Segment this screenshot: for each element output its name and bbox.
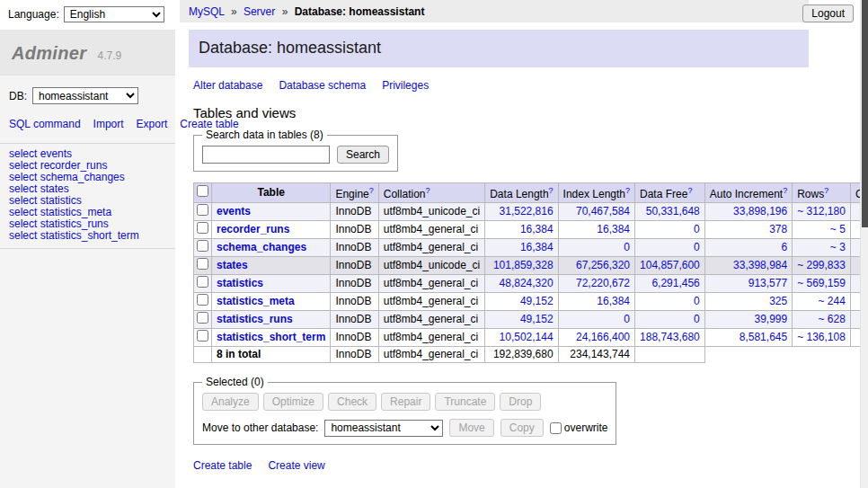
- drop-button[interactable]: Drop: [500, 393, 541, 411]
- auto-increment-link[interactable]: 39,999: [754, 313, 787, 325]
- check-button[interactable]: Check: [328, 393, 376, 411]
- auto-increment-link[interactable]: 6: [781, 241, 787, 253]
- copy-button[interactable]: Copy: [500, 419, 544, 437]
- create-link-create-view[interactable]: Create view: [268, 459, 324, 472]
- sidebar-link-sql-command[interactable]: SQL command: [9, 118, 81, 130]
- help-auto-increment-link[interactable]: ?: [783, 186, 787, 195]
- search-button[interactable]: Search: [337, 146, 389, 164]
- row-checkbox-events[interactable]: [197, 204, 208, 216]
- index-length-link[interactable]: 16,384: [597, 295, 630, 307]
- data-free-link[interactable]: 188,743,680: [640, 331, 700, 343]
- row-checkbox-statistics_meta[interactable]: [197, 294, 208, 306]
- select-statistics_runs-link[interactable]: select: [9, 217, 37, 230]
- table-statistics_short_term-link[interactable]: statistics_short_term: [40, 229, 139, 242]
- data-free-link[interactable]: 6,291,456: [651, 277, 699, 289]
- rows-link[interactable]: ~ 5: [830, 223, 846, 235]
- grid-table-states-link[interactable]: states: [217, 259, 248, 271]
- help-data-free-link[interactable]: ?: [687, 186, 692, 195]
- index-length-link[interactable]: 0: [624, 313, 630, 325]
- rows-link[interactable]: ~ 628: [819, 313, 846, 325]
- select-schema_changes-link[interactable]: select: [9, 171, 37, 183]
- select-events-link[interactable]: select: [9, 147, 37, 160]
- select-all-checkbox[interactable]: [197, 185, 208, 197]
- help-data-length-link[interactable]: ?: [549, 186, 554, 195]
- auto-increment-link[interactable]: 378: [769, 223, 787, 235]
- sidebar-link-import[interactable]: Import: [93, 118, 124, 130]
- index-length-link[interactable]: 16,384: [597, 223, 630, 235]
- row-checkbox-statistics_short_term[interactable]: [197, 330, 208, 342]
- logout-button[interactable]: Logout: [802, 4, 854, 22]
- table-statistics_meta-link[interactable]: statistics_meta: [40, 206, 111, 218]
- rows-link[interactable]: ~ 244: [819, 295, 846, 307]
- grid-table-statistics_runs-link[interactable]: statistics_runs: [217, 313, 293, 325]
- table-statistics_runs-link[interactable]: statistics_runs: [40, 217, 109, 230]
- auto-increment-link[interactable]: 33,398,984: [733, 259, 787, 271]
- auto-increment-link[interactable]: 913,577: [748, 277, 787, 289]
- data-length-link[interactable]: 16,384: [520, 223, 554, 235]
- help-collation-link[interactable]: ?: [425, 186, 430, 195]
- table-recorder_runs-link[interactable]: recorder_runs: [40, 159, 108, 172]
- select-states-link[interactable]: select: [9, 182, 37, 195]
- row-checkbox-schema_changes[interactable]: [197, 240, 208, 252]
- table-statistics-link[interactable]: statistics: [40, 194, 82, 207]
- data-length-link[interactable]: 101,859,328: [493, 259, 554, 271]
- data-length-link[interactable]: 10,502,144: [500, 331, 554, 343]
- breadcrumb-link-mysql[interactable]: MySQL: [189, 5, 225, 18]
- search-input[interactable]: [202, 146, 330, 164]
- select-recorder_runs-link[interactable]: select: [9, 159, 37, 172]
- analyze-button[interactable]: Analyze: [202, 393, 259, 411]
- language-select[interactable]: English: [64, 6, 164, 22]
- row-checkbox-states[interactable]: [197, 258, 208, 270]
- data-length-link[interactable]: 49,152: [520, 313, 554, 325]
- data-free-link[interactable]: 0: [694, 313, 700, 325]
- select-statistics_short_term-link[interactable]: select: [9, 229, 37, 242]
- grid-table-statistics_short_term-link[interactable]: statistics_short_term: [217, 331, 325, 343]
- rows-link[interactable]: ~ 312,180: [797, 205, 846, 217]
- optimize-button[interactable]: Optimize: [263, 393, 323, 411]
- data-length-link[interactable]: 49,152: [520, 295, 554, 307]
- data-length-link[interactable]: 31,522,816: [500, 205, 554, 217]
- row-checkbox-recorder_runs[interactable]: [197, 222, 208, 234]
- row-checkbox-statistics[interactable]: [197, 276, 208, 288]
- grid-table-statistics-link[interactable]: statistics: [217, 277, 263, 289]
- create-link-create-table[interactable]: Create table: [193, 459, 252, 472]
- index-length-link[interactable]: 70,467,584: [576, 205, 630, 217]
- rows-link[interactable]: ~ 136,108: [797, 331, 846, 343]
- sidebar-link-export[interactable]: Export: [137, 118, 168, 130]
- select-statistics-link[interactable]: select: [9, 194, 37, 207]
- grid-table-schema_changes-link[interactable]: schema_changes: [217, 241, 306, 253]
- select-statistics_meta-link[interactable]: select: [9, 206, 37, 218]
- auto-increment-link[interactable]: 33,898,196: [733, 205, 787, 217]
- index-length-link[interactable]: 67,256,320: [576, 259, 630, 271]
- breadcrumb-link-server[interactable]: Server: [244, 5, 275, 18]
- truncate-button[interactable]: Truncate: [435, 393, 495, 411]
- help-index-length-link[interactable]: ?: [625, 186, 630, 195]
- nav-link-privileges[interactable]: Privileges: [382, 79, 429, 92]
- index-length-link[interactable]: 0: [624, 241, 630, 253]
- nav-link-alter-database[interactable]: Alter database: [193, 79, 262, 92]
- nav-link-database-schema[interactable]: Database schema: [279, 79, 366, 92]
- data-free-link[interactable]: 0: [694, 295, 700, 307]
- data-free-link[interactable]: 104,857,600: [640, 259, 700, 271]
- data-length-link[interactable]: 16,384: [520, 241, 554, 253]
- data-length-link[interactable]: 48,824,320: [500, 277, 554, 289]
- row-checkbox-statistics_runs[interactable]: [197, 312, 208, 324]
- grid-table-events-link[interactable]: events: [217, 205, 251, 217]
- table-schema_changes-link[interactable]: schema_changes: [40, 171, 125, 183]
- help-rows-link[interactable]: ?: [824, 186, 828, 195]
- move-button[interactable]: Move: [449, 419, 493, 437]
- overwrite-checkbox[interactable]: [550, 422, 562, 434]
- move-db-select[interactable]: homeassistant: [324, 420, 443, 437]
- grid-table-statistics_meta-link[interactable]: statistics_meta: [217, 295, 295, 307]
- rows-link[interactable]: ~ 569,159: [797, 277, 846, 289]
- data-free-link[interactable]: 50,331,648: [646, 205, 700, 217]
- auto-increment-link[interactable]: 325: [769, 295, 787, 307]
- repair-button[interactable]: Repair: [381, 393, 430, 411]
- index-length-link[interactable]: 24,166,400: [576, 331, 630, 343]
- db-select[interactable]: homeassistant: [32, 87, 138, 104]
- rows-link[interactable]: ~ 299,833: [797, 259, 846, 271]
- index-length-link[interactable]: 72,220,672: [576, 277, 630, 289]
- grid-table-recorder_runs-link[interactable]: recorder_runs: [217, 223, 289, 235]
- table-states-link[interactable]: states: [40, 182, 69, 195]
- scrollbar[interactable]: [860, 0, 868, 488]
